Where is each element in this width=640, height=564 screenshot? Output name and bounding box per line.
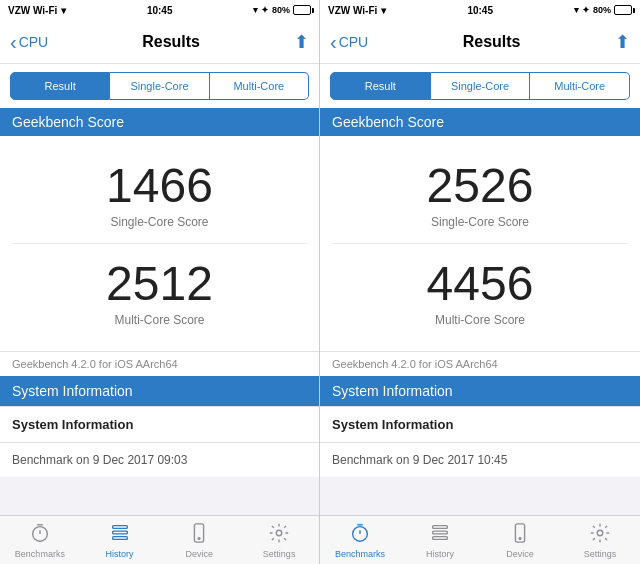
battery-label: 80% xyxy=(272,5,290,15)
tab-label-benchmarks: Benchmarks xyxy=(335,549,385,559)
tab-item-history[interactable]: History xyxy=(400,516,480,564)
tab-label-settings: Settings xyxy=(584,549,617,559)
time-label: 10:45 xyxy=(467,5,493,16)
sys-info-row: System Information xyxy=(0,406,319,442)
segment-bar: ResultSingle-CoreMulti-Core xyxy=(320,64,640,108)
geekbench-info: Geekbench 4.2.0 for iOS AArch64 xyxy=(0,351,319,376)
share-icon[interactable]: ⬆ xyxy=(294,31,309,53)
single-core-score: 2526 xyxy=(427,160,534,213)
single-core-score: 1466 xyxy=(106,160,213,213)
nav-bar: ‹ CPU Results ⬆ xyxy=(0,20,319,64)
battery-icon xyxy=(293,5,311,15)
back-arrow-icon: ‹ xyxy=(10,32,17,52)
svg-point-12 xyxy=(519,537,521,539)
tab-label-history: History xyxy=(426,549,454,559)
tab-icon-device xyxy=(509,522,531,547)
single-core-label: Single-Core Score xyxy=(110,215,208,229)
single-core-block: 2526 Single-Core Score xyxy=(320,146,640,243)
multi-core-block: 2512 Multi-Core Score xyxy=(0,244,319,341)
single-core-label: Single-Core Score xyxy=(431,215,529,229)
multi-core-block: 4456 Multi-Core Score xyxy=(320,244,640,341)
tab-item-settings[interactable]: Settings xyxy=(239,516,319,564)
status-left: VZW Wi-Fi ▾ xyxy=(8,5,66,16)
tab-item-benchmarks[interactable]: Benchmarks xyxy=(0,516,80,564)
phone-panel-left: VZW Wi-Fi ▾ 10:45 ▾ ✦ 80% ‹ CPU Results … xyxy=(0,0,320,564)
battery-icon xyxy=(614,5,632,15)
tab-item-device[interactable]: Device xyxy=(480,516,560,564)
nav-bar: ‹ CPU Results ⬆ xyxy=(320,20,640,64)
geekbench-info: Geekbench 4.2.0 for iOS AArch64 xyxy=(320,351,640,376)
signal-icon: ▾ xyxy=(253,5,258,15)
svg-rect-1 xyxy=(112,525,127,528)
segment-tab-2[interactable]: Multi-Core xyxy=(210,72,309,100)
multi-core-score: 2512 xyxy=(106,258,213,311)
status-left: VZW Wi-Fi ▾ xyxy=(328,5,386,16)
bluetooth-icon: ✦ xyxy=(582,5,590,15)
scores-area: 2526 Single-Core Score 4456 Multi-Core S… xyxy=(320,136,640,351)
segment-tab-0[interactable]: Result xyxy=(10,72,110,100)
tab-icon-history xyxy=(429,522,451,547)
tab-icon-history xyxy=(109,522,131,547)
tab-item-benchmarks[interactable]: Benchmarks xyxy=(320,516,400,564)
phone-panel-right: VZW Wi-Fi ▾ 10:45 ▾ ✦ 80% ‹ CPU Results … xyxy=(320,0,640,564)
wifi-icon: ▾ xyxy=(61,5,66,16)
status-right: ▾ ✦ 80% xyxy=(253,5,311,15)
svg-rect-3 xyxy=(112,536,127,539)
sys-info-header: System Information xyxy=(320,376,640,406)
bottom-tab-bar: Benchmarks History Device Settings xyxy=(320,515,640,564)
tab-label-settings: Settings xyxy=(263,549,296,559)
segment-tab-0[interactable]: Result xyxy=(330,72,431,100)
tab-icon-benchmarks xyxy=(349,522,371,547)
status-bar: VZW Wi-Fi ▾ 10:45 ▾ ✦ 80% xyxy=(0,0,319,20)
carrier-label: VZW Wi-Fi xyxy=(328,5,377,16)
geekbench-section-header: Geekbench Score xyxy=(320,108,640,136)
svg-point-13 xyxy=(597,530,603,536)
benchmark-row: Benchmark on 9 Dec 2017 10:45 xyxy=(320,442,640,477)
segment-tab-1[interactable]: Single-Core xyxy=(110,72,209,100)
tab-label-device: Device xyxy=(186,549,214,559)
tab-label-device: Device xyxy=(506,549,534,559)
sys-info-row: System Information xyxy=(320,406,640,442)
carrier-label: VZW Wi-Fi xyxy=(8,5,57,16)
tab-item-settings[interactable]: Settings xyxy=(560,516,640,564)
benchmark-row: Benchmark on 9 Dec 2017 09:03 xyxy=(0,442,319,477)
battery-label: 80% xyxy=(593,5,611,15)
share-icon[interactable]: ⬆ xyxy=(615,31,630,53)
nav-title: Results xyxy=(463,33,521,51)
svg-rect-2 xyxy=(112,531,127,534)
tab-icon-settings xyxy=(268,522,290,547)
back-arrow-icon: ‹ xyxy=(330,32,337,52)
back-label: CPU xyxy=(19,34,49,50)
signal-icon: ▾ xyxy=(574,5,579,15)
tab-item-history[interactable]: History xyxy=(80,516,160,564)
status-bar: VZW Wi-Fi ▾ 10:45 ▾ ✦ 80% xyxy=(320,0,640,20)
tab-icon-benchmarks xyxy=(29,522,51,547)
svg-rect-8 xyxy=(433,525,448,528)
multi-core-score: 4456 xyxy=(427,258,534,311)
multi-core-label: Multi-Core Score xyxy=(114,313,204,327)
scores-area: 1466 Single-Core Score 2512 Multi-Core S… xyxy=(0,136,319,351)
nav-title: Results xyxy=(142,33,200,51)
sys-info-header: System Information xyxy=(0,376,319,406)
svg-point-6 xyxy=(276,530,282,536)
wifi-icon: ▾ xyxy=(381,5,386,16)
tab-label-benchmarks: Benchmarks xyxy=(15,549,65,559)
bluetooth-icon: ✦ xyxy=(261,5,269,15)
tab-label-history: History xyxy=(106,549,134,559)
status-right: ▾ ✦ 80% xyxy=(574,5,632,15)
content-area: Geekbench Score 1466 Single-Core Score 2… xyxy=(0,108,319,515)
multi-core-label: Multi-Core Score xyxy=(435,313,525,327)
svg-rect-10 xyxy=(433,536,448,539)
segment-tab-1[interactable]: Single-Core xyxy=(431,72,531,100)
time-label: 10:45 xyxy=(147,5,173,16)
tab-icon-settings xyxy=(589,522,611,547)
geekbench-section-header: Geekbench Score xyxy=(0,108,319,136)
segment-bar: ResultSingle-CoreMulti-Core xyxy=(0,64,319,108)
tab-item-device[interactable]: Device xyxy=(160,516,240,564)
svg-point-5 xyxy=(198,537,200,539)
segment-tab-2[interactable]: Multi-Core xyxy=(530,72,630,100)
back-button[interactable]: ‹ CPU xyxy=(10,32,48,52)
back-button[interactable]: ‹ CPU xyxy=(330,32,368,52)
bottom-tab-bar: Benchmarks History Device Settings xyxy=(0,515,319,564)
single-core-block: 1466 Single-Core Score xyxy=(0,146,319,243)
